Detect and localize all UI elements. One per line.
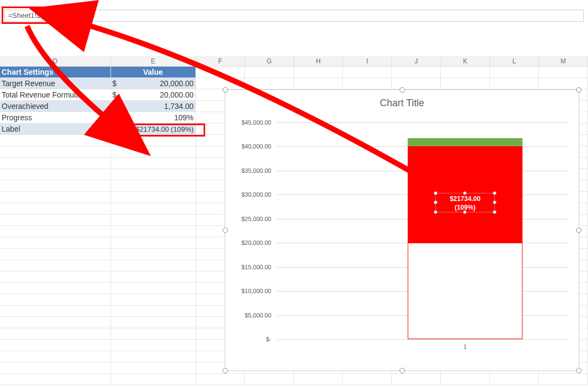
cell[interactable]: [111, 215, 196, 226]
selection-handle-icon[interactable]: [463, 191, 467, 195]
cell[interactable]: [0, 249, 111, 260]
selection-handle-icon[interactable]: [493, 210, 496, 214]
cell[interactable]: [0, 237, 111, 249]
cell[interactable]: [111, 317, 196, 328]
cell[interactable]: [392, 67, 441, 78]
cell[interactable]: [111, 158, 196, 169]
cell[interactable]: [490, 374, 539, 385]
col-header-e[interactable]: E: [111, 56, 196, 67]
selection-handle-icon[interactable]: [576, 87, 582, 93]
cell[interactable]: [0, 306, 111, 317]
chart-object[interactable]: Chart Title $- $5,000.00 $10,000.00 $15,…: [225, 89, 579, 371]
table-row-value[interactable]: $20,000.00: [111, 89, 196, 101]
table-header-settings[interactable]: Chart Settings: [0, 67, 111, 78]
cell[interactable]: [0, 374, 111, 385]
table-row-value[interactable]: 109%: [111, 112, 196, 124]
cell[interactable]: [245, 67, 294, 78]
selection-handle-icon[interactable]: [493, 200, 496, 204]
cell[interactable]: [490, 78, 539, 89]
cell[interactable]: [0, 226, 111, 237]
table-header-value[interactable]: Value: [111, 67, 196, 78]
cell[interactable]: [196, 67, 245, 78]
cell[interactable]: [111, 374, 196, 385]
cell[interactable]: [490, 67, 539, 78]
selection-handle-icon[interactable]: [223, 228, 228, 233]
cell[interactable]: [0, 158, 111, 169]
cell[interactable]: [0, 169, 111, 180]
cell[interactable]: [111, 340, 196, 351]
cell[interactable]: [343, 78, 392, 89]
cell[interactable]: [111, 226, 196, 237]
cell[interactable]: [539, 374, 588, 385]
col-header-h[interactable]: H: [294, 56, 343, 67]
col-header-g[interactable]: G: [245, 56, 294, 67]
selection-handle-icon[interactable]: [463, 210, 467, 214]
cell[interactable]: [111, 237, 196, 249]
selection-handle-icon[interactable]: [400, 87, 405, 93]
cell[interactable]: [441, 78, 490, 89]
cell[interactable]: [0, 340, 111, 351]
cell[interactable]: [111, 294, 196, 306]
col-header-i[interactable]: I: [343, 56, 392, 67]
table-row-value[interactable]: $1,734.00: [111, 101, 196, 112]
selection-handle-icon[interactable]: [434, 191, 437, 195]
chart-title[interactable]: Chart Title: [225, 90, 579, 109]
table-row-value[interactable]: $20,000.00: [111, 78, 196, 89]
selection-handle-icon[interactable]: [223, 368, 228, 373]
selection-handle-icon[interactable]: [223, 87, 228, 93]
bar-series-1[interactable]: [408, 243, 522, 339]
col-header-k[interactable]: K: [441, 56, 491, 67]
table-row-label[interactable]: Total Revenue Formula: [0, 89, 111, 101]
table-row-label[interactable]: Target Revenue: [0, 78, 111, 89]
bar-series-3[interactable]: [408, 138, 522, 146]
selection-handle-icon[interactable]: [400, 368, 405, 373]
selection-handle-icon[interactable]: [576, 368, 582, 373]
cell[interactable]: [294, 78, 343, 89]
col-header-j[interactable]: J: [392, 56, 441, 67]
cell[interactable]: [0, 328, 111, 340]
col-header-f[interactable]: F: [196, 56, 245, 67]
cell[interactable]: [0, 146, 111, 158]
cell[interactable]: [0, 283, 111, 294]
table-row-label[interactable]: Overachieved: [0, 101, 111, 112]
cell[interactable]: [0, 271, 111, 283]
chart-data-label[interactable]: $21734.00 (109%): [435, 193, 495, 212]
cell[interactable]: [245, 374, 294, 385]
cell[interactable]: [111, 306, 196, 317]
cell[interactable]: [111, 351, 196, 362]
cell[interactable]: [111, 135, 196, 146]
cell[interactable]: [111, 362, 196, 374]
cell[interactable]: [111, 146, 196, 158]
cell[interactable]: [343, 67, 392, 78]
cell[interactable]: [111, 203, 196, 215]
cell[interactable]: [0, 192, 111, 203]
selection-handle-icon[interactable]: [493, 191, 496, 195]
cell[interactable]: [343, 374, 392, 385]
cell[interactable]: [0, 317, 111, 328]
cell[interactable]: [441, 374, 490, 385]
cell[interactable]: [0, 260, 111, 271]
cell[interactable]: [0, 203, 111, 215]
cell[interactable]: [539, 67, 588, 78]
table-row-label[interactable]: Label: [0, 124, 111, 135]
cell[interactable]: [441, 67, 490, 78]
cell[interactable]: [392, 78, 441, 89]
cell[interactable]: [0, 351, 111, 362]
cell[interactable]: [0, 362, 111, 374]
cell[interactable]: [196, 78, 245, 89]
cell[interactable]: [392, 374, 441, 385]
cell[interactable]: [0, 180, 111, 192]
selection-handle-icon[interactable]: [576, 228, 582, 233]
plot-area[interactable]: $- $5,000.00 $10,000.00 $15,000.00 $20,0…: [255, 122, 569, 339]
cell[interactable]: [0, 135, 111, 146]
table-row-label[interactable]: Progress: [0, 112, 111, 124]
selection-handle-icon[interactable]: [434, 200, 437, 204]
cell[interactable]: [294, 374, 343, 385]
col-header-m[interactable]: M: [539, 56, 588, 67]
formula-bar[interactable]: =Sheet1!$E$6: [4, 10, 584, 22]
cell[interactable]: [111, 283, 196, 294]
cell[interactable]: [111, 260, 196, 271]
cell[interactable]: [111, 249, 196, 260]
col-header-d[interactable]: D: [0, 56, 111, 67]
cell[interactable]: [111, 180, 196, 192]
